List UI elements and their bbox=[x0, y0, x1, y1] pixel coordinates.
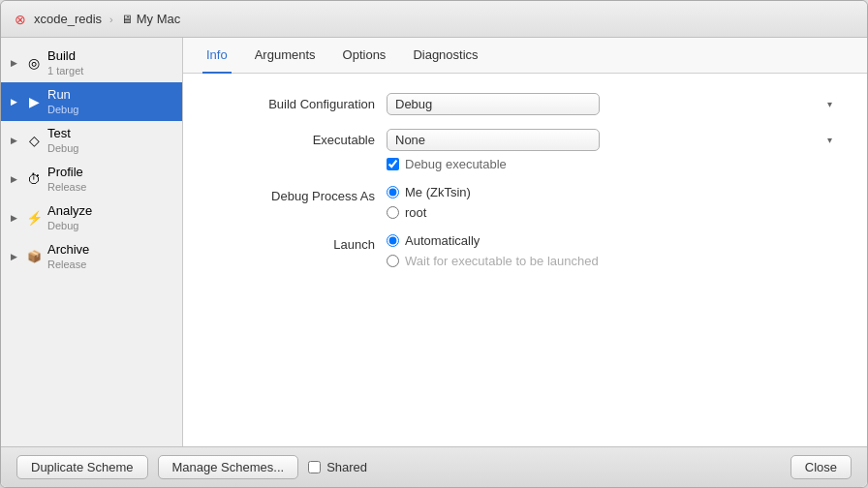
shared-checkbox[interactable] bbox=[308, 461, 321, 473]
project-name: xcode_redis bbox=[34, 12, 102, 26]
debug-exe-label: Debug executable bbox=[405, 157, 507, 171]
mac-icon: 🖥 bbox=[121, 13, 133, 26]
analyze-label: Analyze bbox=[47, 203, 92, 220]
debug-process-root-row: root bbox=[387, 205, 838, 220]
main-content: ▶ ◎ Build 1 target ▶ ▶ Run Debug ▶ ◇ bbox=[1, 38, 867, 446]
tab-arguments[interactable]: Arguments bbox=[251, 38, 320, 74]
debug-exe-row: Debug executable bbox=[387, 157, 838, 171]
debug-process-control: Me (ZkTsin) root bbox=[387, 185, 838, 220]
archive-subtitle: Release bbox=[47, 259, 89, 271]
debug-process-me-label: Me (ZkTsin) bbox=[405, 185, 471, 199]
expand-arrow-profile: ▶ bbox=[11, 174, 20, 184]
build-config-row: Build Configuration Debug Release ▾ bbox=[212, 93, 838, 115]
form-content: Build Configuration Debug Release ▾ Ex bbox=[183, 74, 867, 446]
shared-label: Shared bbox=[326, 460, 367, 474]
launch-wait-label: Wait for executable to be launched bbox=[405, 254, 599, 268]
expand-arrow-archive: ▶ bbox=[11, 252, 20, 261]
manage-schemes-button[interactable]: Manage Schemes... bbox=[158, 455, 299, 479]
launch-control: Automatically Wait for executable to be … bbox=[387, 233, 838, 268]
test-label: Test bbox=[47, 126, 78, 142]
build-config-control: Debug Release ▾ bbox=[387, 93, 838, 115]
tab-info[interactable]: Info bbox=[202, 38, 232, 74]
tab-options[interactable]: Options bbox=[339, 38, 390, 74]
debug-process-row: Debug Process As Me (ZkTsin) root bbox=[212, 185, 838, 220]
build-subtitle: 1 target bbox=[47, 65, 83, 77]
sidebar-item-analyze[interactable]: ▶ ⚡ Analyze Debug bbox=[1, 198, 182, 237]
expand-arrow: ▶ bbox=[11, 58, 20, 68]
archive-label: Archive bbox=[47, 242, 89, 259]
profile-icon: ⏱ bbox=[26, 171, 42, 187]
sidebar: ▶ ◎ Build 1 target ▶ ▶ Run Debug ▶ ◇ bbox=[1, 38, 183, 446]
executable-control: None ▾ Debug executable bbox=[387, 129, 838, 171]
build-icon: ◎ bbox=[26, 55, 42, 71]
build-config-select-wrapper: Debug Release ▾ bbox=[387, 93, 838, 115]
sidebar-item-test[interactable]: ▶ ◇ Test Debug bbox=[1, 121, 182, 160]
executable-row: Executable None ▾ Debug executable bbox=[212, 129, 838, 171]
chevron-down-icon-exe: ▾ bbox=[827, 135, 832, 145]
main-window: ⊗ xcode_redis › 🖥 My Mac ▶ ◎ Build 1 tar… bbox=[0, 0, 868, 488]
tab-diagnostics[interactable]: Diagnostics bbox=[409, 38, 481, 74]
duplicate-scheme-button[interactable]: Duplicate Scheme bbox=[16, 455, 148, 479]
breadcrumb-device[interactable]: 🖥 My Mac bbox=[121, 12, 181, 26]
build-config-select[interactable]: Debug Release bbox=[387, 93, 600, 115]
launch-auto-label: Automatically bbox=[405, 233, 480, 248]
expand-arrow-analyze: ▶ bbox=[11, 213, 20, 223]
test-subtitle: Debug bbox=[47, 142, 78, 155]
profile-subtitle: Release bbox=[47, 181, 86, 194]
sidebar-item-run[interactable]: ▶ ▶ Run Debug bbox=[1, 82, 182, 121]
launch-auto-radio[interactable] bbox=[387, 234, 399, 247]
titlebar: ⊗ xcode_redis › 🖥 My Mac bbox=[1, 1, 867, 38]
close-button[interactable]: Close bbox=[790, 455, 852, 479]
bottom-bar: Duplicate Scheme Manage Schemes... Share… bbox=[1, 446, 867, 487]
run-icon: ▶ bbox=[26, 94, 42, 109]
run-subtitle: Debug bbox=[47, 104, 78, 116]
analyze-subtitle: Debug bbox=[47, 220, 92, 232]
executable-label: Executable bbox=[212, 129, 387, 147]
expand-arrow-run: ▶ bbox=[11, 97, 20, 107]
debug-process-label: Debug Process As bbox=[212, 185, 387, 203]
expand-arrow-test: ▶ bbox=[11, 136, 20, 145]
xcode-icon: ⊗ bbox=[15, 12, 26, 27]
launch-label: Launch bbox=[212, 233, 387, 252]
sidebar-item-build[interactable]: ▶ ◎ Build 1 target bbox=[1, 44, 182, 82]
debug-exe-checkbox[interactable] bbox=[387, 158, 399, 170]
launch-row: Launch Automatically Wait for executable… bbox=[212, 233, 838, 268]
run-label: Run bbox=[47, 87, 78, 104]
debug-process-me-radio[interactable] bbox=[387, 186, 399, 198]
launch-wait-row: Wait for executable to be launched bbox=[387, 254, 838, 268]
debug-process-root-label: root bbox=[405, 205, 426, 220]
profile-label: Profile bbox=[47, 165, 86, 181]
launch-wait-radio[interactable] bbox=[387, 255, 399, 267]
launch-auto-row: Automatically bbox=[387, 233, 838, 248]
test-icon: ◇ bbox=[26, 133, 42, 148]
debug-process-me-row: Me (ZkTsin) bbox=[387, 185, 838, 199]
device-name: My Mac bbox=[137, 12, 181, 26]
sidebar-item-profile[interactable]: ▶ ⏱ Profile Release bbox=[1, 160, 182, 198]
shared-row: Shared bbox=[308, 460, 367, 474]
tabs-bar: Info Arguments Options Diagnostics bbox=[183, 38, 867, 74]
build-label: Build bbox=[47, 48, 83, 65]
executable-select[interactable]: None bbox=[387, 129, 600, 151]
sidebar-item-archive[interactable]: ▶ 📦 Archive Release bbox=[1, 237, 182, 276]
breadcrumb-separator: › bbox=[109, 14, 113, 25]
archive-icon: 📦 bbox=[26, 250, 42, 263]
right-panel: Info Arguments Options Diagnostics Build… bbox=[183, 38, 867, 446]
chevron-down-icon: ▾ bbox=[827, 99, 832, 109]
breadcrumb-project[interactable]: xcode_redis bbox=[34, 12, 102, 26]
debug-process-root-radio[interactable] bbox=[387, 206, 399, 219]
analyze-icon: ⚡ bbox=[26, 210, 42, 226]
executable-select-wrapper: None ▾ bbox=[387, 129, 838, 151]
build-config-label: Build Configuration bbox=[212, 93, 387, 111]
